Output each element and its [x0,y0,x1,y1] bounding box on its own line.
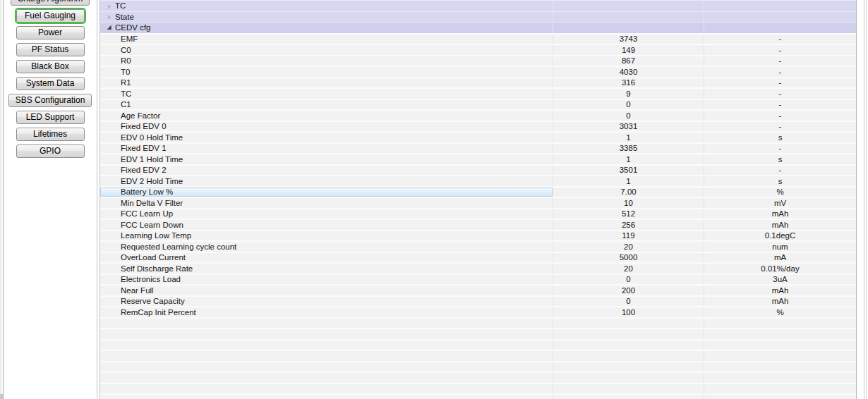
param-value-cell[interactable]: 0 [553,275,704,285]
tree-item-row-r0[interactable]: R0 867 - [100,55,856,66]
param-value-cell[interactable]: 512 [553,209,704,219]
param-name-cell[interactable]: EMF [100,35,553,44]
group-name-cell[interactable]: ◢ CEDV cfg [100,23,553,33]
tree-group-row-cedv-cfg[interactable]: ◢ CEDV cfg [100,22,856,33]
sidebar-button-lifetimes[interactable]: Lifetimes [16,128,85,141]
param-value-cell[interactable]: 0 [553,111,704,121]
param-value-cell[interactable]: 0 [553,100,704,110]
param-value-cell[interactable]: 9 [553,89,704,99]
param-value-cell[interactable]: 20 [553,242,704,252]
group-name-cell[interactable]: › State [100,12,553,23]
sidebar-button-power[interactable]: Power [16,26,85,39]
tree-item-row-fixed-edv-2[interactable]: Fixed EDV 2 3501 - [100,164,856,176]
sidebar-button-charge-algorithm[interactable]: Charge Algorithm [11,0,90,6]
sidebar-button-fuel-gauging[interactable]: Fuel Gauging [16,9,85,23]
tree-item-row-overload-current[interactable]: OverLoad Current 5000 mA [100,252,856,263]
tree-group-row-state[interactable]: › State [100,11,856,23]
param-value-cell[interactable]: 1 [553,133,704,142]
param-value-cell[interactable]: 10 [553,198,704,208]
tree-item-row-fixed-edv-0[interactable]: Fixed EDV 0 3031 - [100,121,856,132]
param-value-cell[interactable]: 256 [553,220,704,230]
param-name-cell[interactable]: Near Full [100,286,553,295]
tree-collapse-icon[interactable]: ◢ [105,25,113,30]
param-name-label: R0 [100,56,131,65]
param-name-cell[interactable]: Self Discharge Rate [100,264,553,274]
tree-item-row-fcc-learn-up[interactable]: FCC Learn Up 512 mAh [100,208,856,219]
tree-group-row-tc[interactable]: › TC [100,0,856,11]
sidebar-button-black-box[interactable]: Black Box [16,60,85,73]
param-value-cell[interactable]: 3501 [553,166,704,176]
param-name-label: Battery Low % [100,188,173,196]
param-name-cell[interactable]: Fixed EDV 0 [100,122,553,132]
param-value-cell[interactable]: 3031 [553,122,704,132]
param-name-cell[interactable]: R0 [100,56,553,66]
param-value-cell[interactable]: 1 [553,154,704,164]
param-name-cell[interactable]: Fixed EDV 2 [100,166,553,176]
param-value-cell[interactable]: 200 [553,286,704,295]
param-value-cell[interactable]: 4030 [553,67,704,77]
param-value-cell[interactable]: 119 [553,231,704,241]
param-value-cell[interactable]: 100 [553,307,704,317]
param-value-cell[interactable]: 5000 [553,253,704,263]
right-collapsed-rail[interactable] [856,0,868,399]
param-name-cell[interactable]: Learning Low Temp [100,231,553,241]
tree-item-row-age-factor[interactable]: Age Factor 0 - [100,109,856,121]
param-name-cell[interactable]: R1 [100,78,553,88]
param-name-cell[interactable]: Fixed EDV 1 [100,144,553,154]
tree-item-row-min-delta-v-filter[interactable]: Min Delta V Filter 10 mV [100,197,856,208]
param-value-cell[interactable]: 7.00 [553,188,704,197]
tree-expand-icon[interactable]: › [105,12,113,21]
tree-item-row-t0[interactable]: T0 4030 - [100,66,856,77]
param-value-cell[interactable]: 1 [553,176,704,186]
param-value-cell[interactable]: 3385 [553,144,704,154]
param-name-cell[interactable]: FCC Learn Down [100,220,553,230]
tree-item-row-electronics-load[interactable]: Electronics Load 0 3uA [100,274,856,285]
param-name-cell[interactable]: EDV 2 Hold Time [100,176,553,186]
tree-item-row-self-discharge-rate[interactable]: Self Discharge Rate 20 0.01%/day [100,262,856,274]
tree-item-row-edv-2-hold-time[interactable]: EDV 2 Hold Time 1 s [100,175,856,186]
tree-item-row-battery-low[interactable]: Battery Low % 7.00 % [100,186,856,197]
tree-item-row-edv-1-hold-time[interactable]: EDV 1 Hold Time 1 s [100,153,856,164]
param-value-cell[interactable]: 316 [553,78,704,88]
tree-item-row-fixed-edv-1[interactable]: Fixed EDV 1 3385 - [100,142,856,154]
param-name-cell[interactable]: C1 [100,100,553,110]
param-name-cell[interactable]: Reserve Capacity [100,297,553,307]
sidebar-button-led-support[interactable]: LED Support [16,111,85,124]
param-name-cell[interactable]: Electronics Load [100,275,553,285]
tree-item-row-c0[interactable]: C0 149 - [100,44,856,55]
param-value-cell[interactable]: 0 [553,297,704,307]
tree-item-row-tc[interactable]: TC 9 - [100,87,856,99]
tree-item-row-fcc-learn-down[interactable]: FCC Learn Down 256 mAh [100,219,856,230]
tree-item-row-learning-low-temp[interactable]: Learning Low Temp 119 0.1degC [100,230,856,241]
param-name-cell[interactable]: RemCap Init Percent [100,307,553,317]
sidebar-button-gpio[interactable]: GPIO [16,145,85,158]
tree-item-row-edv-0-hold-time[interactable]: EDV 0 Hold Time 1 s [100,131,856,142]
param-name-cell[interactable]: T0 [100,67,553,77]
param-name-cell[interactable]: FCC Learn Up [100,209,553,219]
param-name-cell[interactable]: Min Delta V Filter [100,198,553,208]
tree-expand-icon[interactable]: › [105,1,113,11]
tree-item-row-requested-learning-cycle-count[interactable]: Requested Learning cycle count 20 num [100,240,856,252]
param-name-cell[interactable]: C0 [100,45,553,55]
tree-item-row-near-full[interactable]: Near Full 200 mAh [100,284,856,295]
param-value-cell[interactable]: 149 [553,45,704,55]
param-value-cell[interactable]: 3743 [553,35,704,44]
param-value-cell[interactable]: 867 [553,56,704,66]
param-name-cell[interactable]: Age Factor [100,111,553,121]
tree-item-row-c1[interactable]: C1 0 - [100,99,856,110]
tree-item-row-emf[interactable]: EMF 3743 - [100,33,856,44]
param-name-cell[interactable]: EDV 1 Hold Time [100,154,553,164]
sidebar-button-pf-status[interactable]: PF Status [16,43,85,56]
tree-item-row-reserve-capacity[interactable]: Reserve Capacity 0 mAh [100,295,856,307]
param-name-cell[interactable]: TC [100,89,553,99]
param-name-cell[interactable]: OverLoad Current [100,253,553,263]
tree-item-row-r1[interactable]: R1 316 - [100,77,856,88]
param-value-cell[interactable]: 20 [553,264,704,274]
sidebar-button-system-data[interactable]: System Data [16,77,85,90]
param-name-cell[interactable]: Requested Learning cycle count [100,242,553,252]
group-name-cell[interactable]: › TC [100,1,553,11]
tree-item-row-remcap-init-percent[interactable]: RemCap Init Percent 100 % [100,306,856,317]
sidebar-button-sbs-configuration[interactable]: SBS Configuration [8,94,92,107]
param-name-cell[interactable]: EDV 0 Hold Time [100,133,553,142]
param-name-cell[interactable]: Battery Low % [100,188,553,197]
